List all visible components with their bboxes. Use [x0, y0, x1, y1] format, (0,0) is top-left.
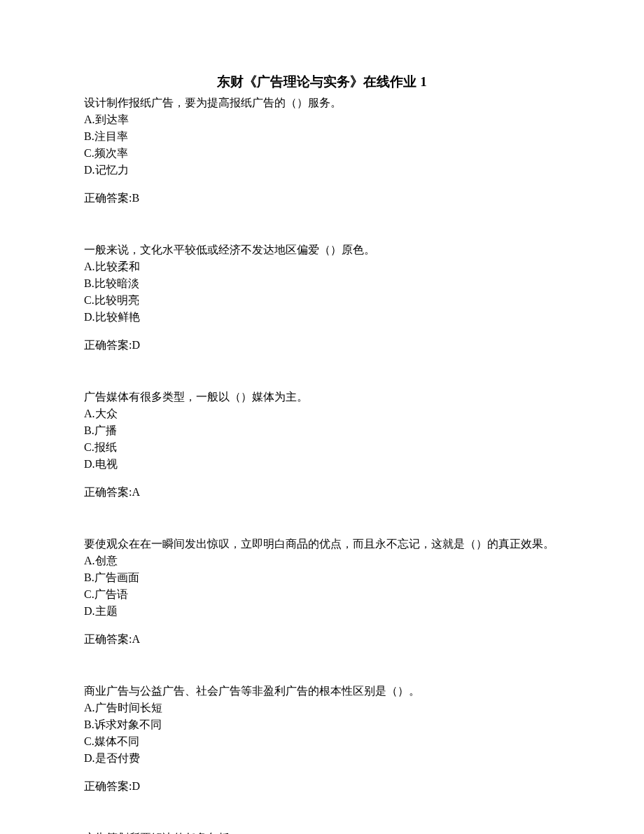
option-d: D.记忆力 [84, 162, 560, 179]
question-text: 设计制作报纸广告，要为提高报纸广告的（）服务。 [84, 95, 560, 111]
option-c: C.频次率 [84, 145, 560, 162]
document-page: 东财《广告理论与实务》在线作业 1 设计制作报纸广告，要为提高报纸广告的（）服务… [0, 0, 644, 834]
correct-answer: 正确答案:D [84, 337, 560, 354]
question-3: 广告媒体有很多类型，一般以（）媒体为主。 A.大众 B.广播 C.报纸 D.电视… [84, 389, 560, 501]
option-c: C.比较明亮 [84, 292, 560, 309]
correct-answer: 正确答案:A [84, 484, 560, 501]
option-d: D.比较鲜艳 [84, 309, 560, 326]
question-text: 广告媒体有很多类型，一般以（）媒体为主。 [84, 389, 560, 405]
option-d: D.电视 [84, 456, 560, 473]
question-2: 一般来说，文化水平较低或经济不发达地区偏爱（）原色。 A.比较柔和 B.比较暗淡… [84, 242, 560, 354]
question-text: 广告策划所要解决的任务包括（）。 [84, 830, 560, 834]
option-b: B.比较暗淡 [84, 275, 560, 292]
question-text: 要使观众在在一瞬间发出惊叹，立即明白商品的优点，而且永不忘记，这就是（）的真正效… [84, 536, 560, 552]
option-a: A.大众 [84, 405, 560, 422]
question-1: 设计制作报纸广告，要为提高报纸广告的（）服务。 A.到达率 B.注目率 C.频次… [84, 95, 560, 207]
question-4: 要使观众在在一瞬间发出惊叹，立即明白商品的优点，而且永不忘记，这就是（）的真正效… [84, 536, 560, 648]
question-6: 广告策划所要解决的任务包括（）。 [84, 830, 560, 834]
question-5: 商业广告与公益广告、社会广告等非盈利广告的根本性区别是（）。 A.广告时间长短 … [84, 683, 560, 795]
option-c: C.广告语 [84, 586, 560, 603]
option-a: A.比较柔和 [84, 258, 560, 275]
option-b: B.注目率 [84, 128, 560, 145]
option-c: C.媒体不同 [84, 733, 560, 750]
option-d: D.主题 [84, 603, 560, 620]
correct-answer: 正确答案:D [84, 778, 560, 795]
option-a: A.到达率 [84, 111, 560, 128]
option-b: B.广播 [84, 422, 560, 439]
option-a: A.创意 [84, 552, 560, 569]
option-b: B.诉求对象不同 [84, 716, 560, 733]
option-b: B.广告画面 [84, 569, 560, 586]
question-text: 一般来说，文化水平较低或经济不发达地区偏爱（）原色。 [84, 242, 560, 258]
question-text: 商业广告与公益广告、社会广告等非盈利广告的根本性区别是（）。 [84, 683, 560, 700]
option-a: A.广告时间长短 [84, 700, 560, 716]
page-title: 东财《广告理论与实务》在线作业 1 [84, 72, 560, 92]
correct-answer: 正确答案:B [84, 190, 560, 207]
option-d: D.是否付费 [84, 750, 560, 767]
option-c: C.报纸 [84, 439, 560, 456]
correct-answer: 正确答案:A [84, 631, 560, 648]
